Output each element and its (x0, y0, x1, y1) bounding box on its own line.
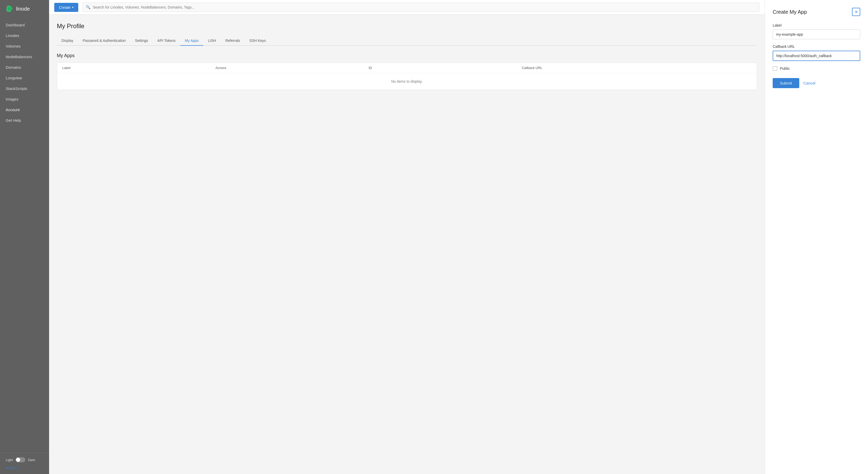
theme-toggle-switch[interactable] (16, 457, 25, 463)
chevron-down-icon: ▾ (72, 6, 74, 9)
my-apps-table: Label Access ID Callback URL No items to… (57, 63, 757, 90)
theme-toggle: Light Dark (6, 457, 43, 463)
sidebar-item-volumes[interactable]: Volumes (0, 41, 49, 52)
create-button[interactable]: Create ▾ (54, 3, 78, 12)
version-link[interactable]: v0.46.0 (6, 466, 43, 470)
sidebar-item-dashboard[interactable]: Dashboard (0, 20, 49, 30)
tab-api-tokens[interactable]: API Tokens (153, 36, 180, 46)
page-title: My Profile (57, 23, 757, 30)
linode-logo-icon (5, 5, 13, 13)
search-bar: 🔍 (83, 3, 760, 12)
tab-settings[interactable]: Settings (130, 36, 153, 46)
sidebar-item-linodes[interactable]: Linodes (0, 30, 49, 41)
panel-title: Create My App (773, 9, 807, 15)
col-label: Label (62, 66, 215, 70)
callback-field-group: Callback URL (773, 45, 860, 61)
panel-header: Create My App ✕ (773, 8, 860, 16)
sidebar: linode Dashboard Linodes Volumes NodeBal… (0, 0, 49, 474)
public-checkbox-row: Public (773, 66, 860, 71)
sidebar-navigation: Dashboard Linodes Volumes NodeBalancers … (0, 18, 49, 453)
create-button-label: Create (59, 5, 70, 9)
sidebar-item-images[interactable]: Images (0, 94, 49, 105)
submit-button[interactable]: Submit (773, 78, 799, 88)
tab-password[interactable]: Password & Authentication (78, 36, 130, 46)
col-access: Access (215, 66, 369, 70)
profile-tabs: Display Password & Authentication Settin… (57, 36, 757, 46)
panel-actions: Submit Cancel (773, 78, 860, 88)
sidebar-item-domains[interactable]: Domains (0, 62, 49, 72)
topbar: Create ▾ 🔍 (49, 0, 765, 15)
sidebar-bottom: Light Dark v0.46.0 (0, 453, 49, 474)
sidebar-item-account[interactable]: Account (0, 105, 49, 115)
tab-ssh-keys[interactable]: SSH Keys (245, 36, 271, 46)
label-field-label: Label (773, 23, 860, 27)
search-input[interactable] (93, 5, 756, 9)
label-field-group: Label (773, 23, 860, 39)
search-icon: 🔍 (86, 5, 91, 9)
col-id: ID (369, 66, 522, 70)
sidebar-item-longview[interactable]: Longview (0, 72, 49, 83)
create-app-panel: Create My App ✕ Label Callback URL Publi… (765, 0, 868, 474)
tab-referrals[interactable]: Referrals (221, 36, 245, 46)
main-area: Create ▾ 🔍 My Profile Display Password &… (49, 0, 765, 474)
cancel-button[interactable]: Cancel (803, 81, 815, 85)
public-checkbox[interactable] (773, 66, 777, 71)
sidebar-item-get-help[interactable]: Get Help (0, 115, 49, 126)
sidebar-logo: linode (0, 0, 49, 18)
sidebar-item-stackscripts[interactable]: StackScripts (0, 83, 49, 94)
tab-display[interactable]: Display (57, 36, 78, 46)
page-content: My Profile Display Password & Authentica… (49, 15, 765, 474)
table-header: Label Access ID Callback URL (57, 63, 757, 73)
label-input[interactable] (773, 29, 860, 39)
sidebar-item-nodebalancers[interactable]: NodeBalancers (0, 52, 49, 62)
theme-dark-label: Dark (28, 458, 35, 462)
theme-light-label: Light (6, 458, 13, 462)
tab-lish[interactable]: LISH (203, 36, 221, 46)
tab-my-apps[interactable]: My Apps (180, 36, 204, 46)
table-empty-message: No items to display. (57, 73, 757, 90)
logo-text: linode (16, 6, 30, 12)
col-callback-url: Callback URL (522, 66, 751, 70)
callback-url-input[interactable] (773, 51, 860, 61)
my-apps-section-title: My Apps (57, 53, 757, 58)
callback-field-label: Callback URL (773, 45, 860, 49)
close-panel-button[interactable]: ✕ (852, 8, 860, 16)
public-label: Public (780, 66, 790, 70)
